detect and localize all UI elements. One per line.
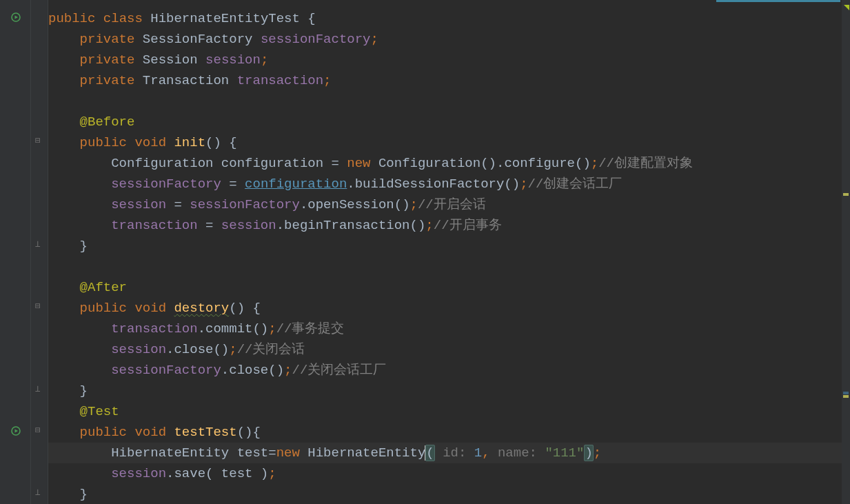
marker-strip[interactable] <box>842 0 850 504</box>
svg-marker-1 <box>15 16 19 19</box>
code-line[interactable]: sessionFactory.close();//关闭会话工厂 <box>48 360 842 381</box>
code-line[interactable]: private Session session; <box>48 50 842 70</box>
code-line[interactable]: private SessionFactory sessionFactory; <box>48 29 842 50</box>
code-line[interactable]: @Test <box>48 401 842 422</box>
code-area[interactable]: public class HibernateEntityTest { priva… <box>48 0 842 504</box>
warning-marker[interactable] <box>843 392 849 394</box>
run-icon[interactable] <box>11 11 21 21</box>
fold-end-icon[interactable]: ⊥ <box>35 241 43 249</box>
fold-start-icon[interactable]: ⊟ <box>35 137 43 145</box>
code-line[interactable] <box>48 91 842 112</box>
code-line-current[interactable]: HibernateEntity test=new HibernateEntity… <box>48 443 842 463</box>
code-line[interactable]: } <box>48 381 842 401</box>
fold-end-icon[interactable]: ⊥ <box>35 385 43 394</box>
code-line[interactable]: public class HibernateEntityTest { <box>48 8 842 29</box>
code-line[interactable]: session = sessionFactory.openSession();/… <box>48 194 842 215</box>
svg-marker-3 <box>15 430 19 433</box>
fold-start-icon[interactable]: ⊟ <box>35 427 43 435</box>
code-line[interactable]: sessionFactory = configuration.buildSess… <box>48 174 842 194</box>
gutter-left <box>0 0 31 504</box>
code-line[interactable]: @Before <box>48 112 842 132</box>
code-line[interactable]: transaction = session.beginTransaction()… <box>48 215 842 236</box>
run-icon[interactable] <box>11 425 21 434</box>
warning-marker[interactable] <box>843 193 849 196</box>
code-line[interactable]: private Transaction transaction; <box>48 70 842 91</box>
fold-end-icon[interactable]: ⊥ <box>35 489 43 497</box>
code-line[interactable]: } <box>48 236 842 256</box>
svg-marker-4 <box>844 5 849 10</box>
gutter-fold: ⊟ ⊥ ⊟ ⊥ ⊟ ⊥ <box>31 0 48 504</box>
warning-marker[interactable] <box>843 395 849 398</box>
analysis-status-icon[interactable] <box>842 1 850 17</box>
code-editor[interactable]: ⊟ ⊥ ⊟ ⊥ ⊟ ⊥ public class HibernateEntity… <box>0 0 850 504</box>
code-line[interactable] <box>48 256 842 277</box>
code-line[interactable]: session.close();//关闭会话 <box>48 339 842 360</box>
fold-start-icon[interactable]: ⊟ <box>35 303 43 311</box>
code-line[interactable]: } <box>48 484 842 504</box>
code-line[interactable]: transaction.commit();//事务提交 <box>48 319 842 339</box>
code-line[interactable]: public void destory() { <box>48 298 842 319</box>
code-line[interactable]: public void testTest(){ <box>48 422 842 443</box>
code-line[interactable]: @After <box>48 277 842 298</box>
code-line[interactable]: session.save( test ); <box>48 463 842 484</box>
code-line[interactable]: public void init() { <box>48 132 842 153</box>
code-line[interactable]: Configuration configuration = new Config… <box>48 153 842 174</box>
